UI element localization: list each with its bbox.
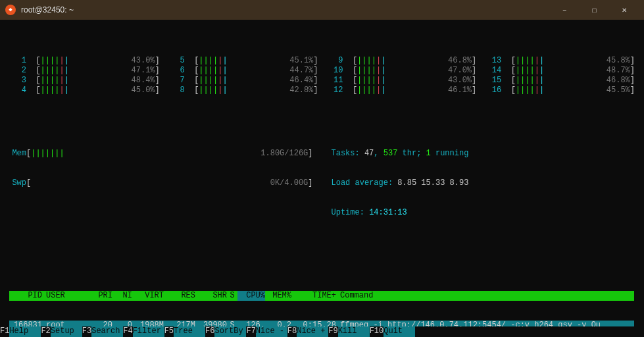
ubuntu-icon: ◆ xyxy=(5,5,16,15)
col-shr[interactable]: SHR xyxy=(195,291,227,301)
col-res[interactable]: RES xyxy=(164,291,195,301)
col-ni[interactable]: NI xyxy=(112,291,132,301)
cpu-meter: 13 [|||||| 45.8%] xyxy=(484,56,635,66)
titlebar[interactable]: ◆ root@32450: ~ − □ ✕ xyxy=(0,0,644,20)
col-pri[interactable]: PRI xyxy=(89,291,112,301)
fkey-label[interactable]: Nice - xyxy=(256,326,287,337)
cpu-meter: 3 [|||||| 48.4%] xyxy=(9,76,160,86)
fkey-f9[interactable]: F9 xyxy=(328,326,337,337)
cpu-meter: 9 [|||||| 46.8%] xyxy=(326,56,477,66)
process-row[interactable]: 166831root2001988M217M39980S126.0.20:15.… xyxy=(9,321,634,326)
fkey-f6[interactable]: F6 xyxy=(205,326,214,337)
col-user[interactable]: USER xyxy=(42,291,89,301)
process-table-header[interactable]: PID USER PRI NI VIRT RES SHR S CPU% MEM%… xyxy=(9,291,634,301)
col-virt[interactable]: VIRT xyxy=(132,291,164,301)
fkey-label[interactable]: Quit xyxy=(384,326,415,337)
mem-meter: Mem[|||||||1.80G/126G] xyxy=(9,149,313,159)
fkey-label[interactable]: Search xyxy=(91,326,123,337)
cpu-meter: 1 [|||||| 43.0%] xyxy=(9,56,160,66)
cpu-meters: 1 [|||||| 43.0%]2 [|||||| 47.1%]3 [|||||… xyxy=(9,56,635,95)
function-key-bar: F1HelpF2SetupF3SearchF4FilterF5TreeF6Sor… xyxy=(0,326,644,337)
close-button[interactable]: ✕ xyxy=(609,0,639,20)
cpu-meter: 6 [|||||| 44.7%] xyxy=(168,66,318,76)
uptime-line: Uptime: 14:31:13 xyxy=(332,208,635,218)
fkey-label[interactable]: Nice + xyxy=(297,326,328,337)
terminal-window: ◆ root@32450: ~ − □ ✕ 1 [|||||| 43.0%]2 … xyxy=(0,0,644,337)
loadavg-line: Load average: 8.85 15.33 8.93 xyxy=(332,178,635,188)
window-title: root@32450: ~ xyxy=(21,5,550,15)
cpu-meter: 8 [|||||| 42.8%] xyxy=(168,86,318,95)
cpu-meter: 15 [|||||| 46.8%] xyxy=(484,76,635,86)
cpu-meter: 2 [|||||| 47.1%] xyxy=(9,66,160,76)
cpu-meter: 11 [|||||| 43.0%] xyxy=(326,76,477,86)
fkey-f5[interactable]: F5 xyxy=(164,326,174,337)
process-table: PID USER PRI NI VIRT RES SHR S CPU% MEM%… xyxy=(9,271,635,326)
cpu-meter: 14 [|||||| 48.7%] xyxy=(484,66,635,76)
fkey-label[interactable]: Filter xyxy=(133,326,164,337)
cpu-meter: 7 [|||||| 46.4%] xyxy=(168,76,318,86)
fkey-label[interactable]: Setup xyxy=(51,326,82,337)
col-mem[interactable]: MEM% xyxy=(265,291,291,301)
fkey-label[interactable]: Kill xyxy=(338,326,370,337)
fkey-f4[interactable]: F4 xyxy=(123,326,132,337)
cpu-meter: 16 [|||||| 45.5%] xyxy=(484,86,635,95)
fkey-f7[interactable]: F7 xyxy=(246,326,255,337)
minimize-button[interactable]: − xyxy=(550,0,580,20)
fkey-f3[interactable]: F3 xyxy=(82,326,91,337)
col-cpu-sorted[interactable]: CPU% xyxy=(237,291,265,301)
tasks-line: Tasks: 47, 537 thr; 1 running xyxy=(332,149,635,159)
fkey-f8[interactable]: F8 xyxy=(287,326,297,337)
col-time[interactable]: TIME+ xyxy=(291,291,336,301)
col-command[interactable]: Command xyxy=(336,291,634,301)
col-pid[interactable]: PID xyxy=(9,291,42,301)
swp-meter: Swp[0K/4.00G] xyxy=(9,178,313,188)
mem-summary: Mem[|||||||1.80G/126G] Swp[0K/4.00G] Tas… xyxy=(9,129,635,238)
col-s[interactable]: S xyxy=(227,291,237,301)
cpu-meter: 4 [|||||| 45.0%] xyxy=(9,86,160,95)
fkey-label[interactable]: Tree xyxy=(174,326,205,337)
terminal-body[interactable]: 1 [|||||| 43.0%]2 [|||||| 47.1%]3 [|||||… xyxy=(0,20,644,326)
cpu-meter: 5 [|||||| 45.1%] xyxy=(168,56,318,66)
fkey-f2[interactable]: F2 xyxy=(41,326,50,337)
cpu-meter: 10 [|||||| 47.0%] xyxy=(326,66,477,76)
fkey-label[interactable]: Help xyxy=(9,326,41,337)
fkey-f1[interactable]: F1 xyxy=(0,326,9,337)
fkey-label[interactable]: SortBy xyxy=(214,326,246,337)
fkey-f10[interactable]: F10 xyxy=(370,326,384,337)
cpu-meter: 12 [|||||| 46.1%] xyxy=(326,86,477,95)
maximize-button[interactable]: □ xyxy=(580,0,609,20)
